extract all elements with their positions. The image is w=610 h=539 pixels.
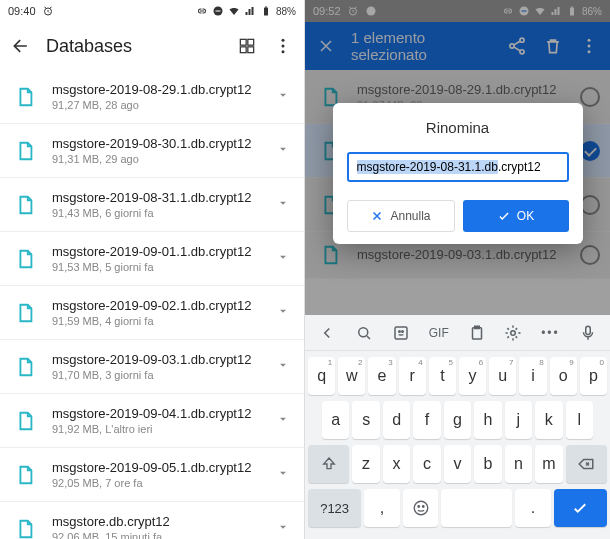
key-x[interactable]: x [383,445,411,483]
file-icon [14,356,36,378]
file-name: msgstore-2019-09-04.1.db.crypt12 [52,406,260,421]
file-icon [14,302,36,324]
file-row[interactable]: msgstore-2019-09-02.1.db.crypt1291,59 MB… [0,286,304,340]
file-icon [14,464,36,486]
key-p[interactable]: p0 [580,357,607,395]
key-n[interactable]: n [505,445,533,483]
chevron-down-icon[interactable] [276,142,294,160]
search-icon[interactable] [355,324,373,342]
rename-dialog: Rinomina msgstore-2019-08-31.1.db.crypt1… [333,103,583,244]
key-f[interactable]: f [413,401,440,439]
key-h[interactable]: h [474,401,501,439]
svg-point-10 [282,45,285,48]
chevron-down-icon[interactable] [276,196,294,214]
clipboard-icon[interactable] [468,324,486,342]
key-t[interactable]: t5 [429,357,456,395]
gif-button[interactable]: GIF [429,326,449,340]
phone-left: 09:40 88% Databases msgstore-2019-08-29.… [0,0,305,539]
svg-rect-6 [248,39,254,45]
status-time: 09:40 [8,5,36,17]
svg-point-30 [511,330,516,335]
key-u[interactable]: u7 [489,357,516,395]
page-title: Databases [46,36,222,57]
chevron-down-icon[interactable] [276,466,294,484]
chevron-down-icon[interactable] [276,358,294,376]
dnd-icon [212,5,224,17]
key-d[interactable]: d [383,401,410,439]
file-name: msgstore-2019-08-29.1.db.crypt12 [52,82,260,97]
key-g[interactable]: g [444,401,471,439]
file-row[interactable]: msgstore.db.crypt1292,06 MB, 15 minuti f… [0,502,304,539]
key-q[interactable]: q1 [308,357,335,395]
key-v[interactable]: v [444,445,472,483]
key-m[interactable]: m [535,445,563,483]
close-icon [370,209,384,223]
key-y[interactable]: y6 [459,357,486,395]
backspace-key[interactable] [566,445,607,483]
file-meta: 92,05 MB, 7 ore fa [52,477,260,489]
period-key[interactable]: . [515,489,551,527]
key-k[interactable]: k [535,401,562,439]
key-j[interactable]: j [505,401,532,439]
svg-point-26 [399,330,401,332]
mic-icon[interactable] [579,324,597,342]
chevron-down-icon[interactable] [276,304,294,322]
back-button[interactable] [10,35,32,57]
key-c[interactable]: c [413,445,441,483]
overflow-menu-button[interactable] [272,35,294,57]
key-z[interactable]: z [352,445,380,483]
sticker-icon[interactable] [392,324,410,342]
file-row[interactable]: msgstore-2019-09-03.1.db.crypt1291,70 MB… [0,340,304,394]
svg-rect-8 [248,47,254,53]
app-bar: Databases [0,22,304,70]
svg-rect-3 [264,8,268,16]
file-row[interactable]: msgstore-2019-09-05.1.db.crypt1292,05 MB… [0,448,304,502]
grid-view-button[interactable] [236,35,258,57]
key-i[interactable]: i8 [519,357,546,395]
more-icon[interactable]: ••• [541,326,560,340]
file-row[interactable]: msgstore-2019-09-01.1.db.crypt1291,53 MB… [0,232,304,286]
key-l[interactable]: l [566,401,593,439]
file-list: msgstore-2019-08-29.1.db.crypt1291,27 MB… [0,70,304,539]
cancel-button[interactable]: Annulla [347,200,455,232]
file-row[interactable]: msgstore-2019-09-04.1.db.crypt1291,92 MB… [0,394,304,448]
key-r[interactable]: r4 [399,357,426,395]
symbols-key[interactable]: ?123 [308,489,361,527]
ok-label: OK [517,209,534,223]
chevron-down-icon[interactable] [276,412,294,430]
key-e[interactable]: e3 [368,357,395,395]
enter-key[interactable] [554,489,607,527]
chevron-left-icon[interactable] [318,324,336,342]
shift-key[interactable] [308,445,349,483]
comma-key[interactable]: , [364,489,400,527]
chevron-down-icon[interactable] [276,520,294,538]
space-key[interactable] [441,489,512,527]
wifi-icon [228,5,240,17]
file-name: msgstore-2019-09-02.1.db.crypt12 [52,298,260,313]
file-row[interactable]: msgstore-2019-08-31.1.db.crypt1291,43 MB… [0,178,304,232]
settings-icon[interactable] [504,324,522,342]
emoji-key[interactable] [403,489,439,527]
signal-icon [244,5,256,17]
key-b[interactable]: b [474,445,502,483]
ok-button[interactable]: OK [463,200,569,232]
chevron-down-icon[interactable] [276,88,294,106]
file-row[interactable]: msgstore-2019-08-30.1.db.crypt1291,31 MB… [0,124,304,178]
file-meta: 91,53 MB, 5 giorni fa [52,261,260,273]
svg-rect-7 [240,47,246,53]
file-icon [14,518,36,540]
key-a[interactable]: a [322,401,349,439]
file-icon [14,140,36,162]
key-o[interactable]: o9 [550,357,577,395]
chevron-down-icon[interactable] [276,250,294,268]
phone-right: 09:52 86% 1 elemento selezionato msgstor… [305,0,610,539]
file-meta: 91,27 MB, 28 ago [52,99,260,111]
key-s[interactable]: s [352,401,379,439]
keyboard: GIF ••• q1w2e3r4t5y6u7i8o9p0 asdfghjkl z… [305,315,610,539]
cancel-label: Annulla [390,209,430,223]
key-w[interactable]: w2 [338,357,365,395]
rename-input[interactable]: msgstore-2019-08-31.1.db.crypt12 [347,152,569,182]
file-row[interactable]: msgstore-2019-08-29.1.db.crypt1291,27 MB… [0,70,304,124]
file-meta: 91,92 MB, L'altro ieri [52,423,260,435]
shift-icon [321,456,337,472]
